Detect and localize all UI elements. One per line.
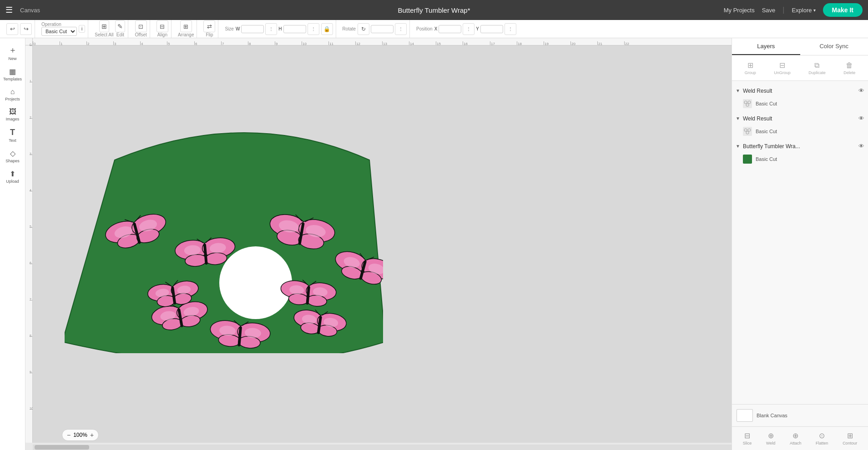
layer-group-weld2-header[interactable]: ▼ Weld Result 👁 bbox=[732, 112, 868, 125]
layer-item-weld1-child[interactable]: Basic Cut bbox=[732, 97, 868, 110]
group-button[interactable]: ⊞ Group bbox=[741, 59, 760, 77]
size-group: Size W ⋮ H ⋮ 🔒 bbox=[222, 20, 336, 38]
rotate-icon[interactable]: ↻ bbox=[358, 23, 369, 35]
save-button[interactable]: Save bbox=[762, 7, 776, 14]
scrollbar-thumb[interactable] bbox=[35, 445, 89, 450]
layer-item-butterfly-child[interactable]: Basic Cut bbox=[732, 152, 868, 166]
select-all-label: Select All bbox=[95, 32, 113, 37]
butterfly-title: Butterfly Tumbler Wra... bbox=[743, 143, 857, 150]
zoom-controls: − 100% + bbox=[62, 429, 99, 441]
group-label: Group bbox=[745, 70, 756, 75]
weld2-visibility-icon[interactable]: 👁 bbox=[858, 115, 864, 122]
redo-button[interactable]: ↪ bbox=[20, 23, 32, 35]
make-it-button[interactable]: Make It bbox=[823, 3, 863, 17]
sidebar-images-label: Images bbox=[6, 117, 20, 121]
slice-icon: ⊟ bbox=[744, 431, 750, 440]
arrange-label: Arrange bbox=[178, 32, 194, 37]
weld1-title: Weld Result bbox=[743, 88, 857, 94]
height-input[interactable] bbox=[283, 25, 306, 33]
sidebar-item-shapes[interactable]: ◇ Shapes bbox=[1, 146, 24, 166]
canvas-label: Canvas bbox=[20, 7, 40, 14]
my-projects-link[interactable]: My Projects bbox=[724, 7, 755, 14]
x-label: X bbox=[434, 26, 438, 31]
rotate-stepper[interactable]: ⋮ bbox=[395, 23, 407, 35]
butterfly-visibility-icon[interactable]: 👁 bbox=[858, 143, 864, 150]
layer-group-weld1: ▼ Weld Result 👁 Basic Cut bbox=[732, 85, 868, 110]
main-layout: ＋ New ▦ Templates ⌂ Projects 🖼 Images T … bbox=[0, 38, 868, 450]
x-input[interactable] bbox=[439, 25, 461, 33]
shapes-icon: ◇ bbox=[10, 149, 15, 158]
offset-label: Offset bbox=[135, 32, 147, 37]
weld2-chevron-icon: ▼ bbox=[736, 116, 740, 121]
y-input[interactable] bbox=[480, 25, 503, 33]
menu-icon[interactable]: ☰ bbox=[5, 5, 13, 15]
edit-label: Edit bbox=[116, 32, 124, 37]
width-input[interactable] bbox=[241, 25, 264, 33]
slice-button[interactable]: ⊟ Slice bbox=[740, 430, 755, 447]
sidebar-new-label: New bbox=[8, 56, 16, 61]
flatten-button[interactable]: ⊙ Flatten bbox=[813, 430, 831, 447]
layer-item-weld2-child[interactable]: Basic Cut bbox=[732, 125, 868, 138]
weld2-thumb bbox=[743, 127, 752, 136]
delete-icon: 🗑 bbox=[846, 61, 853, 70]
duplicate-button[interactable]: ⧉ Duplicate bbox=[805, 60, 829, 77]
bottom-toolbar: ⊟ Slice ⊕ Weld ⊕ Attach ⊙ Flatten ⊞ Cont… bbox=[732, 426, 868, 450]
blank-canvas-label: Blank Canvas bbox=[757, 413, 787, 418]
y-stepper[interactable]: ⋮ bbox=[505, 23, 516, 35]
width-stepper[interactable]: ⋮ bbox=[265, 23, 277, 35]
weld-button[interactable]: ⊕ Weld bbox=[763, 430, 778, 447]
rotate-input[interactable] bbox=[371, 25, 394, 33]
main-toolbar: ↩ ↪ Operation Basic Cut i ⊞ Select All ✎… bbox=[0, 20, 868, 38]
offset-button[interactable]: ⊡ bbox=[135, 20, 147, 32]
layers-list: ▼ Weld Result 👁 Basic Cut bbox=[732, 81, 868, 404]
align-group: ⊟ Align bbox=[154, 20, 172, 38]
svg-point-87 bbox=[746, 131, 749, 134]
weld1-visibility-icon[interactable]: 👁 bbox=[858, 87, 864, 94]
sidebar-item-images[interactable]: 🖼 Images bbox=[1, 105, 24, 124]
attach-button[interactable]: ⊕ Attach bbox=[787, 430, 804, 447]
zoom-value: 100% bbox=[73, 432, 87, 438]
sidebar-item-new[interactable]: ＋ New bbox=[1, 42, 24, 64]
new-icon: ＋ bbox=[9, 45, 17, 55]
delete-button[interactable]: 🗑 Delete bbox=[840, 60, 859, 77]
tab-color-sync[interactable]: Color Sync bbox=[800, 38, 868, 55]
flatten-icon: ⊙ bbox=[819, 431, 825, 440]
explore-button[interactable]: Explore ▾ bbox=[792, 7, 815, 14]
zoom-out-button[interactable]: − bbox=[67, 431, 71, 439]
operation-select[interactable]: Basic Cut bbox=[41, 27, 77, 36]
explore-chevron-icon: ▾ bbox=[813, 8, 816, 13]
weld-icon: ⊕ bbox=[768, 431, 774, 440]
size-label: Size bbox=[225, 26, 233, 31]
contour-button[interactable]: ⊞ Contour bbox=[840, 430, 860, 447]
rotate-group: Rotate ↻ ⋮ bbox=[340, 20, 410, 38]
layer-group-butterfly-header[interactable]: ▼ Butterfly Tumbler Wra... 👁 bbox=[732, 140, 868, 152]
sidebar-item-templates[interactable]: ▦ Templates bbox=[1, 65, 24, 84]
lock-icon[interactable]: 🔒 bbox=[321, 23, 333, 35]
flatten-label: Flatten bbox=[816, 441, 828, 445]
sidebar-item-projects[interactable]: ⌂ Projects bbox=[1, 85, 24, 104]
upload-icon: ⬆ bbox=[10, 170, 15, 178]
ungroup-button[interactable]: ⊟ UnGroup bbox=[770, 59, 794, 77]
x-stepper[interactable]: ⋮ bbox=[463, 23, 474, 35]
select-all-button[interactable]: ⊞ bbox=[99, 20, 109, 32]
arrange-button[interactable]: ⊞ bbox=[180, 20, 192, 32]
undo-button[interactable]: ↩ bbox=[6, 23, 18, 35]
canvas-content[interactable] bbox=[33, 45, 732, 443]
blank-canvas-preview bbox=[737, 409, 753, 422]
tab-layers[interactable]: Layers bbox=[732, 38, 800, 55]
horizontal-ruler: 012345678910111213141516171819202122 bbox=[33, 38, 732, 45]
flip-button[interactable]: ⇄ bbox=[203, 20, 215, 32]
layer-group-weld1-header[interactable]: ▼ Weld Result 👁 bbox=[732, 85, 868, 97]
align-button[interactable]: ⊟ bbox=[156, 20, 168, 32]
design-area[interactable] bbox=[65, 130, 392, 358]
horizontal-scrollbar[interactable] bbox=[33, 445, 732, 450]
zoom-in-button[interactable]: + bbox=[90, 431, 94, 439]
height-stepper[interactable]: ⋮ bbox=[308, 23, 319, 35]
edit-button[interactable]: ✎ bbox=[115, 20, 125, 32]
sidebar-item-upload[interactable]: ⬆ Upload bbox=[1, 167, 24, 186]
operation-info-button[interactable]: i bbox=[79, 25, 85, 33]
sidebar-item-text[interactable]: T Text bbox=[1, 125, 24, 145]
svg-point-84 bbox=[746, 104, 749, 106]
align-label: Align bbox=[157, 32, 167, 37]
canvas-area[interactable]: 012345678910111213141516171819202122 012… bbox=[25, 38, 732, 450]
